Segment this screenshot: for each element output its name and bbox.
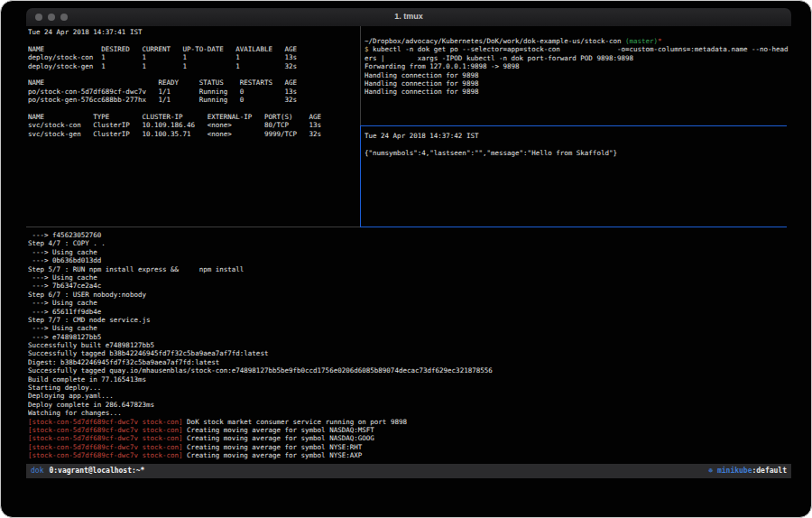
pane-skaffold-build-log[interactable]: ---> f45623052760Step 4/7 : COPY . . ---…: [28, 231, 788, 462]
blank-line: [28, 70, 358, 79]
pane-divider-vertical-active[interactable]: [360, 125, 361, 227]
deployments-table: NAME DESIRED CURRENT UP-TO-DATE AVAILABL…: [28, 45, 358, 70]
pane-skaffold-probe[interactable]: Tue 24 Apr 2018 14:37:42 IST {"numsymbol…: [364, 132, 789, 222]
pods-table: NAME READY STATUS RESTARTS AGEpo/stock-c…: [28, 79, 358, 104]
window-item-active[interactable]: 0:vagrant@localhost:~*: [49, 467, 144, 475]
pane-divider-horizontal-inactive[interactable]: [26, 227, 360, 227]
port-forward-output: ~/Dropbox/advocacy/Kubernetes/DoK/work/d…: [364, 37, 789, 97]
kubernetes-helm-icon: ☸: [708, 467, 713, 475]
build-log-output: ---> f45623052760Step 4/7 : COPY . . ---…: [28, 231, 788, 460]
pane-divider-vertical-inactive[interactable]: [360, 26, 361, 125]
blank-line: [28, 36, 358, 44]
blank-line: [28, 105, 358, 113]
watch-timestamp: Tue 24 Apr 2018 14:37:41 IST: [28, 28, 358, 36]
probe-timestamp: Tue 24 Apr 2018 14:37:42 IST: [364, 132, 789, 140]
pane-kubectl-watch[interactable]: Tue 24 Apr 2018 14:37:41 IST NAME DESIRE…: [28, 28, 358, 227]
window-titlebar: 1. tmux: [26, 8, 791, 26]
kube-namespace: :default: [752, 467, 787, 475]
probe-response-json: {"numsymbols":4,"lastseen":"","message":…: [364, 149, 789, 157]
pane-port-forward[interactable]: ~/Dropbox/advocacy/Kubernetes/DoK/work/d…: [364, 37, 789, 123]
services-table: NAME TYPE CLUSTER-IP EXTERNAL-IP PORT(S)…: [28, 113, 358, 138]
kube-context: minikube: [717, 467, 752, 475]
window-title: 1. tmux: [26, 12, 791, 21]
active-pane-border-bottom[interactable]: [361, 227, 787, 227]
status-right: ☸ minikube:default: [708, 464, 787, 478]
session-name[interactable]: dok: [31, 467, 43, 475]
screenshot-canvas: 1. tmux Tue 24 Apr 2018 14:37:41 IST NAM…: [0, 0, 812, 518]
active-pane-border-top[interactable]: [361, 125, 787, 126]
status-left: dok0:vagrant@localhost:~*: [31, 464, 144, 478]
tmux-status-bar: dok0:vagrant@localhost:~* ☸ minikube:def…: [26, 464, 791, 478]
blank-line: [364, 140, 789, 148]
